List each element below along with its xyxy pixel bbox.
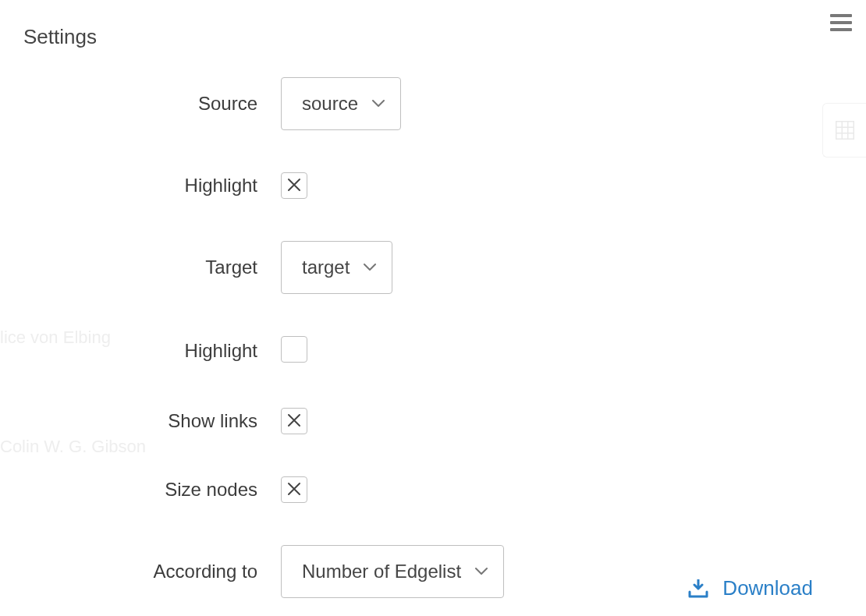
target-select[interactable]: target	[281, 241, 392, 294]
show-links-label: Show links	[23, 410, 281, 432]
size-nodes-label: Size nodes	[23, 479, 281, 501]
x-icon	[287, 480, 301, 499]
source-select-value: source	[302, 93, 358, 115]
menu-hamburger-icon[interactable]	[830, 14, 852, 31]
highlight-target-checkbox[interactable]	[281, 336, 307, 363]
caret-down-icon	[372, 100, 385, 108]
x-icon	[287, 176, 301, 195]
highlight-target-label: Highlight	[23, 340, 281, 362]
target-select-value: target	[302, 257, 350, 278]
according-to-select[interactable]: Number of Edgelist	[281, 545, 504, 598]
download-button[interactable]: Download	[688, 576, 813, 600]
caret-down-icon	[364, 264, 376, 271]
show-links-checkbox[interactable]	[281, 408, 307, 434]
panel-title: Settings	[23, 25, 835, 49]
caret-down-icon	[475, 568, 488, 575]
target-label: Target	[23, 257, 281, 278]
highlight-source-checkbox[interactable]	[281, 172, 307, 199]
size-nodes-checkbox[interactable]	[281, 476, 307, 503]
download-icon	[688, 579, 708, 598]
x-icon	[287, 412, 301, 430]
highlight-source-label: Highlight	[23, 175, 281, 196]
source-label: Source	[23, 93, 281, 115]
according-to-select-value: Number of Edgelist	[302, 561, 461, 582]
download-label: Download	[722, 576, 813, 600]
source-select[interactable]: source	[281, 77, 401, 130]
according-to-label: According to	[23, 561, 281, 582]
settings-panel: Settings Source source Highlight Target	[0, 0, 866, 616]
